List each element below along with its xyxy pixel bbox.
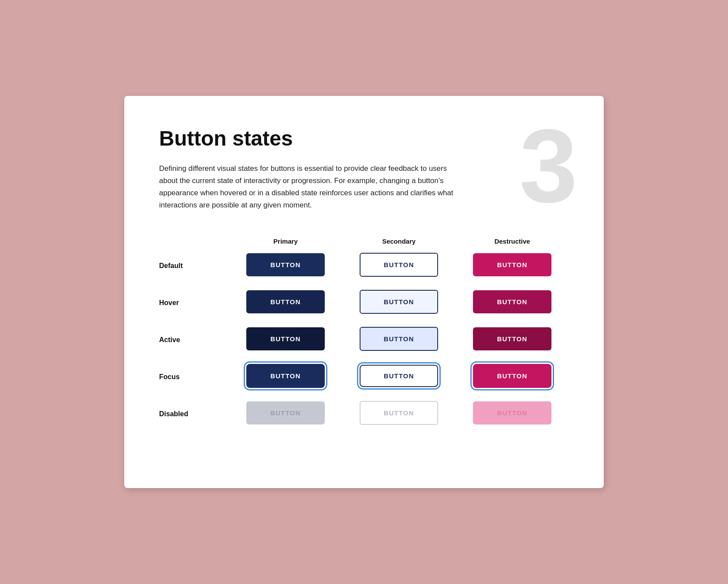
cell-secondary-disabled: BUTTON xyxy=(342,401,456,425)
row-default-label: Default xyxy=(159,260,229,270)
row-active-label: Active xyxy=(159,334,229,344)
btn-secondary-default[interactable]: BUTTON xyxy=(360,253,438,277)
col-secondary-label: Secondary xyxy=(342,238,456,245)
btn-primary-default[interactable]: BUTTON xyxy=(246,253,325,276)
btn-primary-hover[interactable]: BUTTON xyxy=(246,290,325,313)
table-header-row: Primary Secondary Destructive xyxy=(159,238,569,245)
cell-destructive-focus: BUTTON xyxy=(456,364,569,388)
cell-secondary-default: BUTTON xyxy=(342,253,456,277)
col-empty xyxy=(159,238,229,245)
cell-secondary-active: BUTTON xyxy=(342,327,456,351)
btn-destructive-hover[interactable]: BUTTON xyxy=(473,290,551,313)
btn-secondary-active[interactable]: BUTTON xyxy=(360,327,438,351)
btn-secondary-hover[interactable]: BUTTON xyxy=(360,290,438,314)
page-description: Defining different visual states for but… xyxy=(159,163,456,211)
cell-destructive-hover: BUTTON xyxy=(456,290,569,313)
btn-destructive-active[interactable]: BUTTON xyxy=(473,327,551,350)
cell-primary-default: BUTTON xyxy=(229,253,342,276)
col-destructive-label: Destructive xyxy=(456,238,569,245)
cell-primary-active: BUTTON xyxy=(229,327,342,350)
btn-destructive-default[interactable]: BUTTON xyxy=(473,253,551,276)
cell-destructive-active: BUTTON xyxy=(456,327,569,350)
cell-destructive-default: BUTTON xyxy=(456,253,569,276)
cell-destructive-disabled: BUTTON xyxy=(456,401,569,424)
btn-primary-disabled: BUTTON xyxy=(246,401,325,424)
row-default: Default BUTTON BUTTON BUTTON xyxy=(159,253,569,277)
row-disabled: Disabled BUTTON BUTTON BUTTON xyxy=(159,401,569,425)
row-hover: Hover BUTTON BUTTON BUTTON xyxy=(159,290,569,314)
cell-primary-hover: BUTTON xyxy=(229,290,342,313)
btn-destructive-disabled: BUTTON xyxy=(473,401,551,424)
main-card: 3 Button states Defining different visua… xyxy=(124,96,604,488)
btn-primary-active[interactable]: BUTTON xyxy=(246,327,325,350)
row-hover-label: Hover xyxy=(159,297,229,307)
page-title: Button states xyxy=(159,126,569,150)
btn-primary-focus[interactable]: BUTTON xyxy=(246,364,325,388)
row-disabled-label: Disabled xyxy=(159,408,229,418)
row-focus-label: Focus xyxy=(159,371,229,381)
btn-secondary-disabled: BUTTON xyxy=(360,401,438,425)
row-focus: Focus BUTTON BUTTON BUTTON xyxy=(159,364,569,388)
col-primary-label: Primary xyxy=(229,238,342,245)
btn-secondary-focus[interactable]: BUTTON xyxy=(360,365,438,387)
cell-primary-disabled: BUTTON xyxy=(229,401,342,424)
cell-secondary-focus: BUTTON xyxy=(342,365,456,387)
cell-secondary-hover: BUTTON xyxy=(342,290,456,314)
row-active: Active BUTTON BUTTON BUTTON xyxy=(159,327,569,351)
button-states-table: Primary Secondary Destructive Default BU… xyxy=(159,238,569,425)
btn-destructive-focus[interactable]: BUTTON xyxy=(473,364,551,388)
cell-primary-focus: BUTTON xyxy=(229,364,342,388)
